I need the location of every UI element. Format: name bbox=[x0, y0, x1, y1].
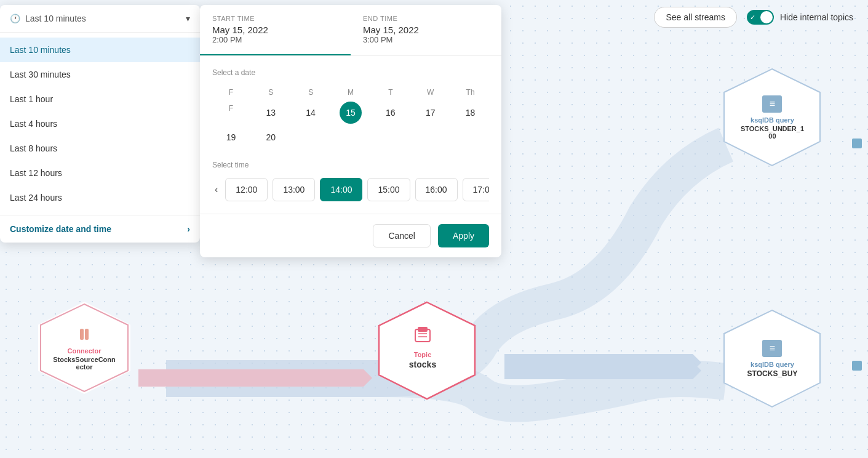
select-date-label: Select a date bbox=[212, 68, 489, 77]
current-time-value: Last 10 minutes bbox=[25, 14, 186, 23]
cal-header-6: Th bbox=[452, 86, 489, 99]
time-dropdown-header[interactable]: 🕐 Last 10 minutes ▾ bbox=[0, 5, 200, 33]
ksql-icon-under100 bbox=[762, 95, 782, 113]
time-slot-0[interactable]: 12:00 bbox=[225, 178, 268, 201]
connector-type-label: Connector bbox=[68, 347, 102, 355]
topic-name: stocks bbox=[409, 360, 436, 369]
dropdown-item-2[interactable]: Last 1 hour bbox=[0, 87, 200, 111]
hide-internal-topics-toggle-container: ✓ Hide internal topics bbox=[747, 10, 853, 25]
dropdown-item-6[interactable]: Last 24 hours bbox=[0, 185, 200, 210]
ksql-buy-name: STOCKS_BUY bbox=[747, 369, 798, 378]
topic-icon bbox=[413, 324, 432, 348]
cal-header-3: M bbox=[332, 86, 370, 99]
dropdown-items-list: Last 10 minutes Last 30 minutes Last 1 h… bbox=[0, 33, 200, 215]
ksql-buy-node[interactable]: ksqlDB query STOCKS_BUY bbox=[722, 308, 823, 409]
end-date: May 15, 2022 bbox=[363, 25, 489, 35]
select-time-label: Select time bbox=[212, 161, 489, 169]
stocks-topic-node[interactable]: Topic stocks bbox=[376, 300, 469, 392]
cal-header-0: F bbox=[212, 86, 250, 99]
cal-day-19[interactable]: 19 bbox=[220, 126, 242, 148]
cancel-button[interactable]: Cancel bbox=[373, 224, 431, 247]
cal-day-14[interactable]: 14 bbox=[300, 102, 322, 124]
dropdown-item-4[interactable]: Last 8 hours bbox=[0, 136, 200, 161]
picker-body: Select a date F S S M T W Th F 13 14 15 … bbox=[200, 56, 501, 214]
flow-arrow-stocks-buy bbox=[504, 362, 701, 379]
connector-icon bbox=[75, 325, 94, 347]
cal-day-20[interactable]: 20 bbox=[260, 126, 282, 148]
dropdown-item-1[interactable]: Last 30 minutes bbox=[0, 62, 200, 87]
connector-node[interactable]: Connector StocksSourceConnector bbox=[38, 302, 130, 394]
cal-day-17[interactable]: 17 bbox=[420, 102, 442, 124]
cal-day-13[interactable]: 13 bbox=[260, 102, 282, 124]
edge-indicator-top bbox=[852, 139, 862, 148]
cal-header-2: S bbox=[292, 86, 330, 99]
dropdown-item-5[interactable]: Last 12 hours bbox=[0, 161, 200, 185]
connector-name: StocksSourceConnector bbox=[53, 356, 115, 371]
chevron-right-icon: › bbox=[187, 224, 190, 234]
cal-day-15[interactable]: 15 bbox=[340, 102, 362, 124]
time-dropdown: 🕐 Last 10 minutes ▾ Last 10 minutes Last… bbox=[0, 5, 200, 243]
hide-internal-topics-toggle[interactable]: ✓ bbox=[747, 10, 774, 25]
start-date: May 15, 2022 bbox=[212, 25, 338, 35]
edge-indicator-bottom bbox=[852, 361, 862, 371]
time-slot-3[interactable]: 15:00 bbox=[367, 178, 410, 201]
calendar-grid: F S S M T W Th F 13 14 15 16 17 18 19 20 bbox=[212, 86, 489, 148]
clock-icon: 🕐 bbox=[10, 14, 20, 23]
time-prev-nav[interactable]: ‹ bbox=[212, 184, 220, 195]
topic-type-label: Topic bbox=[414, 351, 432, 358]
picker-actions: Cancel Apply bbox=[200, 214, 501, 257]
cal-day-18[interactable]: 18 bbox=[460, 102, 482, 124]
ksql-under100-name: STOCKS_UNDER_100 bbox=[741, 125, 804, 140]
time-slot-1[interactable]: 13:00 bbox=[273, 178, 315, 201]
chevron-down-icon: ▾ bbox=[186, 14, 190, 23]
time-slots: ‹ 12:00 13:00 14:00 15:00 16:00 17:00 › bbox=[212, 178, 489, 201]
ksql-icon-buy bbox=[762, 340, 782, 357]
start-time: 2:00 PM bbox=[212, 35, 338, 44]
end-tab-label: End time bbox=[363, 15, 489, 22]
time-slot-4[interactable]: 16:00 bbox=[415, 178, 458, 201]
flow-arrow-connector-stocks bbox=[138, 369, 372, 387]
hide-internal-topics-label: Hide internal topics bbox=[780, 12, 853, 22]
ksql-under100-node[interactable]: ksqlDB query STOCKS_UNDER_100 bbox=[722, 66, 823, 168]
apply-button[interactable]: Apply bbox=[438, 224, 489, 247]
time-slot-2[interactable]: 14:00 bbox=[320, 178, 362, 201]
start-tab-label: Start time bbox=[212, 15, 338, 22]
time-slot-5[interactable]: 17:00 bbox=[463, 178, 489, 201]
cal-header-1: S bbox=[252, 86, 290, 99]
ksql-buy-type: ksqlDB query bbox=[751, 361, 794, 368]
start-time-tab[interactable]: Start time May 15, 2022 2:00 PM bbox=[200, 5, 351, 55]
svg-rect-5 bbox=[418, 327, 428, 332]
customize-datetime-link[interactable]: Customize date and time › bbox=[0, 215, 200, 243]
ksql-under100-type: ksqlDB query bbox=[751, 116, 794, 124]
datetime-picker: Start time May 15, 2022 2:00 PM End time… bbox=[200, 5, 501, 257]
svg-rect-1 bbox=[80, 329, 84, 340]
end-time: 3:00 PM bbox=[363, 35, 489, 44]
toggle-check-icon: ✓ bbox=[750, 14, 755, 22]
cal-header-7: F bbox=[212, 102, 250, 124]
cal-header-5: W bbox=[412, 86, 449, 99]
picker-tabs: Start time May 15, 2022 2:00 PM End time… bbox=[200, 5, 501, 56]
cal-day-16[interactable]: 16 bbox=[380, 102, 402, 124]
svg-rect-2 bbox=[85, 329, 89, 340]
cal-header-4: T bbox=[372, 86, 409, 99]
dropdown-item-3[interactable]: Last 4 hours bbox=[0, 111, 200, 136]
dropdown-item-0[interactable]: Last 10 minutes bbox=[0, 38, 200, 62]
see-all-streams-button[interactable]: See all streams bbox=[654, 7, 736, 28]
end-time-tab[interactable]: End time May 15, 2022 3:00 PM bbox=[351, 5, 501, 55]
